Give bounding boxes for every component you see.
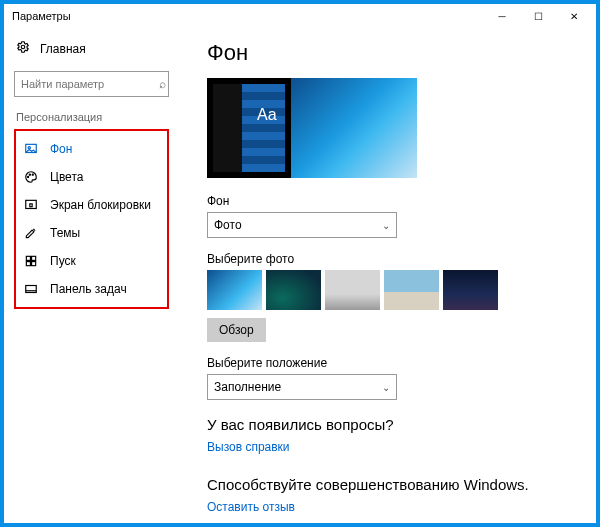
svg-rect-12 [26, 286, 37, 293]
photo-thumbnails [207, 270, 576, 310]
svg-point-5 [32, 174, 33, 175]
sidebar-item-label: Цвета [50, 170, 83, 184]
feedback-link[interactable]: Оставить отзыв [207, 500, 295, 514]
fit-select[interactable]: Заполнение ⌄ [207, 374, 397, 400]
photo-thumb-4[interactable] [384, 270, 439, 310]
start-icon [24, 254, 38, 268]
help-link[interactable]: Вызов справки [207, 440, 290, 454]
sidebar-item-background[interactable]: Фон [16, 135, 167, 163]
window-title: Параметры [12, 10, 484, 22]
preview-wallpaper [291, 78, 417, 178]
fit-label: Выберите положение [207, 356, 576, 370]
sidebar-item-label: Темы [50, 226, 80, 240]
browse-button[interactable]: Обзор [207, 318, 266, 342]
minimize-button[interactable]: ─ [484, 4, 520, 28]
gear-icon [16, 40, 30, 57]
svg-point-2 [28, 147, 30, 149]
help-title: У вас появились вопросы? [207, 416, 576, 433]
sidebar-item-taskbar[interactable]: Панель задач [16, 275, 167, 303]
background-label: Фон [207, 194, 576, 208]
close-button[interactable]: ✕ [556, 4, 592, 28]
sidebar-item-label: Экран блокировки [50, 198, 151, 212]
section-label: Персонализация [14, 111, 169, 123]
photo-thumb-3[interactable] [325, 270, 380, 310]
photo-thumb-1[interactable] [207, 270, 262, 310]
svg-rect-10 [26, 262, 30, 266]
lock-screen-icon [24, 198, 38, 212]
sidebar-item-lockscreen[interactable]: Экран блокировки [16, 191, 167, 219]
svg-rect-11 [32, 262, 36, 266]
background-preview: Aa [207, 78, 417, 178]
sidebar: Главная ⌕ Персонализация Фон Цвета Экран… [4, 28, 179, 523]
titlebar: Параметры ─ ☐ ✕ [4, 4, 596, 28]
svg-rect-8 [26, 256, 30, 260]
sidebar-item-themes[interactable]: Темы [16, 219, 167, 247]
fit-select-value: Заполнение [214, 380, 281, 394]
svg-point-4 [29, 174, 30, 175]
svg-rect-7 [30, 204, 32, 207]
search-input[interactable] [21, 78, 159, 90]
svg-point-3 [28, 176, 29, 177]
preview-sample-text: Aa [257, 106, 277, 124]
background-select[interactable]: Фото ⌄ [207, 212, 397, 238]
chevron-down-icon: ⌄ [382, 220, 390, 231]
svg-rect-9 [32, 256, 36, 260]
chevron-down-icon: ⌄ [382, 382, 390, 393]
page-title: Фон [207, 40, 576, 66]
sidebar-item-colors[interactable]: Цвета [16, 163, 167, 191]
main-panel: Фон Aa Фон Фото ⌄ Выберите фото Обзор Вы… [179, 28, 596, 523]
sidebar-item-label: Панель задач [50, 282, 127, 296]
home-label: Главная [40, 42, 86, 56]
palette-icon [24, 170, 38, 184]
choose-photo-label: Выберите фото [207, 252, 576, 266]
maximize-button[interactable]: ☐ [520, 4, 556, 28]
background-select-value: Фото [214, 218, 242, 232]
content: Главная ⌕ Персонализация Фон Цвета Экран… [4, 28, 596, 523]
svg-point-0 [21, 45, 25, 49]
search-box[interactable]: ⌕ [14, 71, 169, 97]
preview-start: Aa [207, 78, 291, 178]
sidebar-item-label: Пуск [50, 254, 76, 268]
sidebar-item-start[interactable]: Пуск [16, 247, 167, 275]
feedback-title: Способствуйте совершенствованию Windows. [207, 476, 576, 493]
sidebar-item-label: Фон [50, 142, 72, 156]
search-icon: ⌕ [159, 77, 166, 91]
brush-icon [24, 226, 38, 240]
nav-highlight-box: Фон Цвета Экран блокировки Темы Пуск Пан… [14, 129, 169, 309]
photo-thumb-5[interactable] [443, 270, 498, 310]
photo-thumb-2[interactable] [266, 270, 321, 310]
home-nav[interactable]: Главная [14, 36, 169, 61]
taskbar-icon [24, 282, 38, 296]
picture-icon [24, 142, 38, 156]
